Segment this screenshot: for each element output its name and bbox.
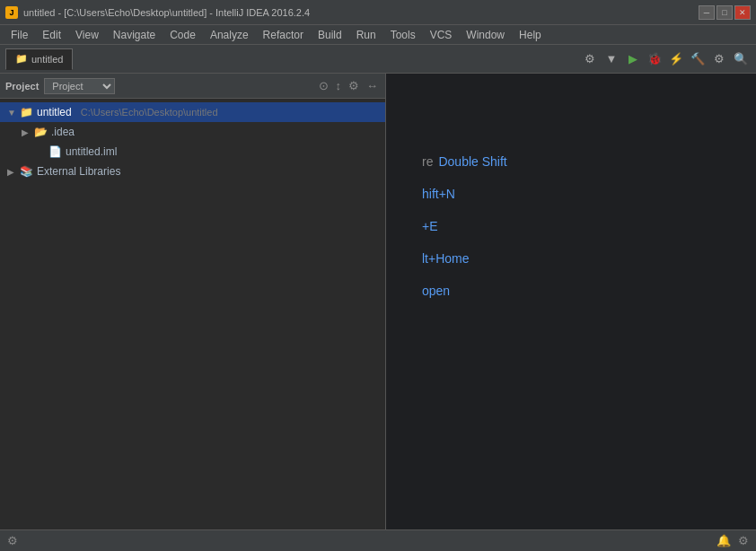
tip-row-4: lt+Home <box>422 251 507 266</box>
status-settings-icon[interactable]: ⚙ <box>738 534 749 547</box>
menu-navigate[interactable]: Navigate <box>106 25 163 44</box>
tip-popup: re Double Shift hift+N +E lt+Home open <box>386 127 756 529</box>
toolbar-coverage-icon[interactable]: ⚡ <box>666 49 686 69</box>
minimize-button[interactable]: ─ <box>699 5 715 20</box>
menu-refactor[interactable]: Refactor <box>256 25 311 44</box>
toolbar-dropdown-icon[interactable]: ▼ <box>602 49 621 69</box>
tip-row-5: open <box>422 284 507 298</box>
sidebar-header-icons: ⊙ ↕ ⚙ ↔ <box>317 78 381 93</box>
sidebar-collapse-icon[interactable]: ↕ <box>334 78 344 93</box>
menu-help[interactable]: Help <box>512 25 549 44</box>
tree-item-untitled[interactable]: ▼ 📁 untitled C:\Users\Echo\Desktop\untit… <box>0 102 385 122</box>
tree-arrow-extlibs: ▶ <box>7 167 16 177</box>
tip-action-2: hift+N <box>422 187 455 201</box>
menu-vcs[interactable]: VCS <box>423 25 460 44</box>
main-area: Project Project Packages ⊙ ↕ ⚙ ↔ ▼ 📁 unt… <box>0 74 756 529</box>
tree-item-iml[interactable]: ▶ 📄 untitled.iml <box>0 142 385 162</box>
status-bar-right: 🔔 ⚙ <box>716 534 749 547</box>
title-bar: J untitled - [C:\Users\Echo\Desktop\unti… <box>0 0 756 25</box>
sidebar-locate-icon[interactable]: ⊙ <box>317 78 330 93</box>
sidebar-title: Project <box>5 81 39 92</box>
toolbar-debug-icon[interactable]: 🐞 <box>645 49 664 69</box>
tip-action-4: lt+Home <box>422 251 470 266</box>
tip-label-1: re <box>422 154 433 169</box>
window-controls: ─ □ ✕ <box>699 5 751 20</box>
toolbar-search-icon[interactable]: 🔍 <box>731 49 751 69</box>
menu-code[interactable]: Code <box>163 25 203 44</box>
project-tree: ▼ 📁 untitled C:\Users\Echo\Desktop\untit… <box>0 99 385 529</box>
menu-build[interactable]: Build <box>311 25 349 44</box>
iml-file-icon: 📄 <box>48 145 62 158</box>
sidebar-scope-dropdown[interactable]: Project Packages <box>44 78 115 94</box>
toolbar: 📁 untitled ⚙ ▼ ▶ 🐞 ⚡ 🔨 ⚙ 🔍 <box>0 45 756 74</box>
tree-label-untitled: untitled <box>37 106 72 118</box>
status-bar-left: ⚙ <box>7 534 18 547</box>
toolbar-settings-icon[interactable]: ⚙ <box>709 49 729 69</box>
sidebar-header: Project Project Packages ⊙ ↕ ⚙ ↔ <box>0 74 385 99</box>
tip-row-1: re Double Shift <box>422 154 507 169</box>
menu-bar: File Edit View Navigate Code Analyze Ref… <box>0 25 756 45</box>
title-bar-left: J untitled - [C:\Users\Echo\Desktop\unti… <box>5 6 310 19</box>
sidebar-settings-icon[interactable]: ⚙ <box>347 78 361 93</box>
title-text: untitled - [C:\Users\Echo\Desktop\untitl… <box>23 7 310 18</box>
tip-content: re Double Shift hift+N +E lt+Home open <box>404 154 507 298</box>
toolbar-run-icon[interactable]: ▶ <box>623 49 643 69</box>
tree-arrow-idea: ▶ <box>22 127 31 137</box>
editor-area: re Double Shift hift+N +E lt+Home open <box>386 74 756 529</box>
tree-arrow-untitled: ▼ <box>7 108 16 118</box>
menu-window[interactable]: Window <box>459 25 512 44</box>
status-notification-icon[interactable]: 🔔 <box>716 534 731 547</box>
maximize-button[interactable]: □ <box>716 5 733 20</box>
tree-path-untitled: C:\Users\Echo\Desktop\untitled <box>81 107 218 118</box>
toolbar-run-config-icon[interactable]: ⚙ <box>580 49 600 69</box>
tip-row-3: +E <box>422 219 507 233</box>
project-folder-icon: 📁 <box>20 106 33 118</box>
tree-label-idea: .idea <box>51 126 75 138</box>
menu-file[interactable]: File <box>4 25 35 44</box>
extlibs-icon: 📚 <box>20 165 33 178</box>
menu-edit[interactable]: Edit <box>35 25 68 44</box>
menu-run[interactable]: Run <box>349 25 383 44</box>
project-tab-label: untitled <box>31 54 63 65</box>
idea-folder-icon: 📂 <box>34 126 48 138</box>
tree-item-extlibs[interactable]: ▶ 📚 External Libraries <box>0 162 385 181</box>
tree-label-iml: untitled.iml <box>66 145 117 158</box>
tip-action-3: +E <box>422 219 438 233</box>
menu-view[interactable]: View <box>68 25 106 44</box>
sidebar-expand-icon[interactable]: ↔ <box>365 78 380 93</box>
sidebar: Project Project Packages ⊙ ↕ ⚙ ↔ ▼ 📁 unt… <box>0 74 386 529</box>
close-button[interactable]: ✕ <box>734 5 751 20</box>
tree-label-extlibs: External Libraries <box>37 165 120 178</box>
project-tab[interactable]: 📁 untitled <box>5 48 73 70</box>
status-bar: ⚙ 🔔 ⚙ <box>0 529 756 551</box>
status-left-icon[interactable]: ⚙ <box>7 534 18 547</box>
menu-tools[interactable]: Tools <box>383 25 423 44</box>
project-tab-icon: 📁 <box>15 53 28 65</box>
menu-analyze[interactable]: Analyze <box>203 25 256 44</box>
tip-action-1: Double Shift <box>438 154 506 169</box>
intellij-icon: J <box>5 6 18 19</box>
tree-item-idea[interactable]: ▶ 📂 .idea <box>0 122 385 142</box>
toolbar-make-icon[interactable]: 🔨 <box>688 49 708 69</box>
tip-action-5: open <box>422 284 450 298</box>
tip-row-2: hift+N <box>422 187 507 201</box>
